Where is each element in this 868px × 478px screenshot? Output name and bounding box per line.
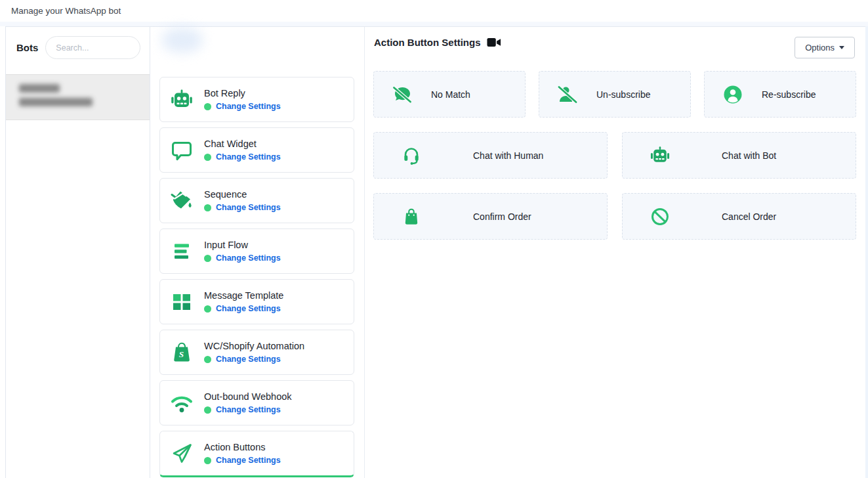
options-button[interactable]: Options [795,37,855,58]
card-title: WC/Shopify Automation [204,341,304,351]
robot-icon [649,144,671,167]
app-window: Manage your WhatsApp bot Bots [0,0,868,478]
search-input[interactable] [45,36,140,59]
ban-icon [649,206,671,228]
change-settings-link[interactable]: Change Settings [216,456,281,465]
status-dot [204,154,211,161]
action-tile-confirm-order[interactable]: Confirm Order [373,193,608,240]
settings-card-chat-widget[interactable]: Chat Widget Change Settings [159,127,354,173]
change-settings-link[interactable]: Change Settings [216,355,281,364]
card-title: Out-bound Webhook [204,391,292,402]
scroll-gutter [865,26,868,478]
action-tile-chat-with-bot[interactable]: Chat with Bot [622,132,856,179]
settings-card-shopify-automation[interactable]: S WC/Shopify Automation Change Settings [159,330,354,375]
change-settings-link[interactable]: Change Settings [216,253,281,263]
action-tile-label: Cancel Order [722,211,776,222]
settings-card-message-template[interactable]: Message Template Change Settings [159,279,354,324]
redacted-bot-phone [19,98,93,106]
status-dot [204,356,211,363]
caret-down-icon [839,46,844,49]
svg-text:S: S [179,349,184,359]
settings-card-outbound-webhook[interactable]: Out-bound Webhook Change Settings [159,380,354,425]
status-dot [204,457,211,464]
settings-card-sequence[interactable]: Sequence Change Settings [159,178,354,223]
options-button-label: Options [805,43,835,53]
top-band-divider [0,22,868,26]
action-buttons-grid: No Match Un-subscribe [373,71,856,254]
bars-icon [169,239,195,264]
panel-title: Action Button Settings [374,37,480,48]
change-settings-link[interactable]: Change Settings [216,304,281,313]
card-title: Sequence [204,189,281,200]
action-tile-label: Chat with Human [473,150,543,161]
bots-header: Bots [6,27,150,59]
shopify-bag-icon: S [169,340,195,365]
action-tile-unsubscribe[interactable]: Un-subscribe [539,71,691,118]
action-tile-label: Chat with Bot [722,150,776,161]
change-settings-link[interactable]: Change Settings [216,152,281,162]
change-settings-link[interactable]: Change Settings [216,405,281,414]
bots-title: Bots [16,42,38,53]
card-title: Chat Widget [204,139,281,149]
status-dot [204,406,211,414]
robot-icon [169,87,195,112]
action-tile-no-match[interactable]: No Match [373,71,526,118]
action-tile-label: No Match [431,89,470,100]
change-settings-link[interactable]: Change Settings [216,102,281,111]
action-button-settings-panel: Action Button Settings Options [364,26,865,478]
comment-slash-icon [391,83,413,106]
chat-bubble-icon [169,138,195,163]
grid-icon [169,290,195,315]
change-settings-link[interactable]: Change Settings [216,203,281,212]
wifi-icon [169,391,195,416]
action-tile-label: Confirm Order [473,211,531,222]
page-title: Manage your WhatsApp bot [11,6,121,16]
redacted-bot-name [19,84,60,93]
status-dot [204,204,211,211]
user-circle-icon [722,83,744,106]
status-dot [204,255,211,262]
status-dot [204,305,211,313]
action-tile-label: Re-subscribe [762,89,816,100]
bot-list-item-selected[interactable] [6,74,150,120]
action-tile-cancel-order[interactable]: Cancel Order [622,193,856,240]
shopping-bag-icon [400,206,423,228]
card-title: Action Buttons [204,442,281,452]
card-title: Input Flow [204,240,281,250]
action-tile-label: Un-subscribe [596,89,650,100]
settings-column: Bot Reply Change Settings Chat Widget [150,26,364,478]
action-tile-chat-with-human[interactable]: Chat with Human [373,132,608,179]
settings-list: Bot Reply Change Settings Chat Widget [159,77,354,478]
user-slash-icon [556,83,579,106]
settings-card-input-flow[interactable]: Input Flow Change Settings [159,228,354,274]
paper-plane-icon [169,441,195,466]
top-bar: Manage your WhatsApp bot [0,0,868,22]
card-title: Message Template [204,290,283,301]
headset-icon [400,144,423,167]
blurred-avatar [162,28,203,53]
bots-sidebar: Bots [5,26,150,478]
paint-bucket-icon [169,188,195,213]
action-tile-resubscribe[interactable]: Re-subscribe [704,71,856,118]
card-title: Bot Reply [204,88,281,98]
status-dot [204,103,211,110]
video-camera-icon[interactable] [487,37,501,47]
settings-card-action-buttons[interactable]: Action Buttons Change Settings [159,431,354,477]
settings-card-bot-reply[interactable]: Bot Reply Change Settings [159,77,354,122]
